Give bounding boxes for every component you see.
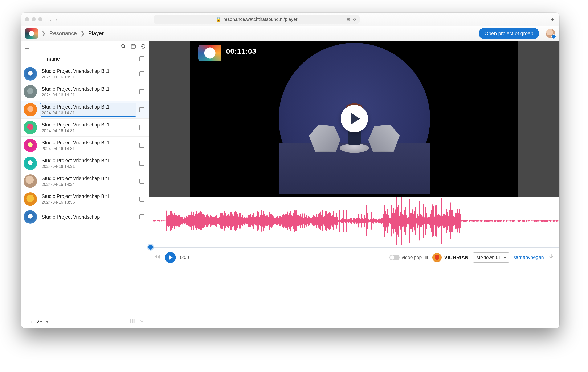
- svg-marker-977: [155, 255, 157, 259]
- mixdown-select[interactable]: Mixdown 01: [473, 253, 509, 263]
- svg-marker-978: [158, 255, 160, 259]
- page-next-icon[interactable]: ›: [31, 318, 33, 325]
- item-title: Studio Project Vriendschap Bit1: [42, 140, 136, 146]
- nav-forward-icon[interactable]: ›: [55, 16, 57, 22]
- item-time: 2024-04-16 14:31: [42, 164, 136, 169]
- toggle-switch[interactable]: [389, 255, 399, 260]
- row-checkbox[interactable]: [139, 179, 145, 184]
- menu-icon[interactable]: ☰: [24, 43, 30, 51]
- main: ☰ name Studio Project Vriendschap Bit120…: [21, 41, 559, 328]
- item-title: Studio Project Vriendschap Bit1: [42, 158, 136, 164]
- row-checkbox[interactable]: [139, 71, 145, 76]
- avatar: [23, 210, 37, 224]
- item-time: 2024-04-16 13:36: [42, 200, 136, 205]
- user-avatar[interactable]: [546, 29, 555, 38]
- list-item[interactable]: Studio Project Vriendschap Bit12024-04-1…: [21, 65, 149, 83]
- list-item[interactable]: Studio Project Vriendschap Bit12024-04-1…: [21, 119, 149, 137]
- page-size-label[interactable]: 25: [36, 318, 42, 325]
- row-checkbox[interactable]: [139, 214, 145, 219]
- list-item[interactable]: Studio Project Vriendschap Bit12024-04-1…: [21, 137, 149, 154]
- item-title: Studio Project Vriendschap: [42, 214, 136, 220]
- download-icon[interactable]: [139, 318, 145, 325]
- new-tab-icon[interactable]: ＋: [549, 15, 556, 23]
- calendar-icon[interactable]: [131, 43, 136, 51]
- chevron-down-icon[interactable]: ▾: [46, 319, 48, 324]
- list-item[interactable]: Studio Project Vriendschap Bit12024-04-1…: [21, 83, 149, 101]
- chevron-right-icon: ❯: [42, 31, 45, 36]
- close-dot[interactable]: [25, 17, 29, 21]
- merge-button[interactable]: samenvoegen: [514, 255, 544, 260]
- avatar: [23, 139, 37, 152]
- item-info: Studio Project Vriendschap: [40, 213, 136, 221]
- translate-icon[interactable]: ⊞: [346, 17, 350, 22]
- item-info: Studio Project Vriendschap Bit12024-04-1…: [40, 85, 136, 98]
- item-info: Studio Project Vriendschap Bit12024-04-1…: [40, 139, 136, 152]
- reload-icon[interactable]: ⟳: [353, 17, 357, 22]
- refresh-icon[interactable]: [140, 43, 146, 51]
- open-project-button[interactable]: Open project of groep: [479, 28, 539, 39]
- lock-icon: 🔒: [216, 17, 221, 22]
- current-user-chip[interactable]: VICHRIAN: [432, 253, 469, 262]
- window-controls: [25, 17, 42, 21]
- item-title: Studio Project Vriendschap Bit1: [42, 175, 136, 181]
- row-checkbox[interactable]: [139, 89, 145, 94]
- list-item[interactable]: Studio Project Vriendschap Bit12024-04-1…: [21, 154, 149, 172]
- avatar: [23, 85, 37, 98]
- list-item[interactable]: Studio Project Vriendschap Bit12024-04-1…: [21, 172, 149, 190]
- waveform[interactable]: [149, 197, 559, 245]
- row-checkbox[interactable]: [139, 125, 145, 130]
- breadcrumb-current: Player: [88, 30, 104, 37]
- avatar: [23, 192, 37, 206]
- toggle-label: video pop-uit: [402, 255, 428, 260]
- scene-rock-right: [368, 125, 400, 152]
- app-logo[interactable]: [25, 28, 38, 39]
- breadcrumb: Resonance ❯ Player: [49, 30, 104, 37]
- item-time: 2024-04-16 14:31: [42, 75, 136, 80]
- search-icon[interactable]: [121, 43, 126, 51]
- row-checkbox[interactable]: [139, 197, 145, 202]
- row-checkbox[interactable]: [139, 161, 145, 166]
- list-item[interactable]: Studio Project Vriendschap Bit12024-04-1…: [21, 101, 149, 119]
- page-prev-icon[interactable]: ‹: [25, 318, 27, 325]
- select-all-checkbox[interactable]: [139, 56, 145, 62]
- list-header: name: [21, 53, 149, 65]
- rewind-icon[interactable]: [154, 254, 161, 261]
- project-list: Studio Project Vriendschap Bit12024-04-1…: [21, 65, 149, 315]
- list-item[interactable]: Studio Project Vriendschap Bit12024-04-1…: [21, 190, 149, 208]
- play-overlay-button[interactable]: [341, 105, 368, 132]
- item-time: 2024-04-16 14:31: [42, 146, 136, 151]
- item-info: Studio Project Vriendschap Bit12024-04-1…: [40, 157, 136, 170]
- item-info: Studio Project Vriendschap Bit12024-04-1…: [40, 192, 136, 206]
- nav-arrows: ‹ ›: [49, 16, 57, 22]
- video-frame: 00:11:03: [190, 41, 518, 197]
- item-time: 2024-04-16 14:31: [42, 93, 136, 97]
- breadcrumb-root[interactable]: Resonance: [49, 30, 77, 37]
- item-time: 2024-04-16 14:31: [42, 128, 136, 133]
- download-icon[interactable]: [548, 254, 554, 261]
- svg-rect-7: [132, 319, 133, 323]
- nav-back-icon[interactable]: ‹: [49, 16, 51, 22]
- item-time: 2024-04-16 14:24: [42, 182, 136, 187]
- zoom-dot[interactable]: [38, 17, 42, 21]
- url-text: resonance.watchthatsound.nl/player: [223, 17, 297, 22]
- chevron-right-icon: ❯: [80, 30, 85, 37]
- columns-icon[interactable]: [129, 318, 135, 325]
- slider-thumb[interactable]: [148, 245, 153, 250]
- video-popout-toggle[interactable]: video pop-uit: [389, 255, 428, 260]
- svg-rect-6: [130, 319, 131, 323]
- minimize-dot[interactable]: [32, 17, 36, 21]
- item-title: Studio Project Vriendschap Bit1: [42, 86, 136, 92]
- row-checkbox[interactable]: [139, 143, 145, 148]
- avatar: [23, 121, 37, 134]
- address-bar[interactable]: 🔒 resonance.watchthatsound.nl/player ⊞ ⟳: [154, 15, 360, 23]
- item-title: Studio Project Vriendschap Bit1: [42, 68, 136, 74]
- browser-window: ‹ › 🔒 resonance.watchthatsound.nl/player…: [21, 13, 559, 328]
- row-checkbox[interactable]: [139, 107, 145, 112]
- avatar: [23, 103, 37, 116]
- current-time: 0:00: [180, 255, 189, 260]
- timeline-slider[interactable]: [149, 245, 559, 249]
- item-info: Studio Project Vriendschap Bit12024-04-1…: [40, 175, 136, 188]
- play-button[interactable]: [165, 252, 176, 263]
- list-item[interactable]: Studio Project Vriendschap: [21, 208, 149, 226]
- sidebar: ☰ name Studio Project Vriendschap Bit120…: [21, 41, 149, 328]
